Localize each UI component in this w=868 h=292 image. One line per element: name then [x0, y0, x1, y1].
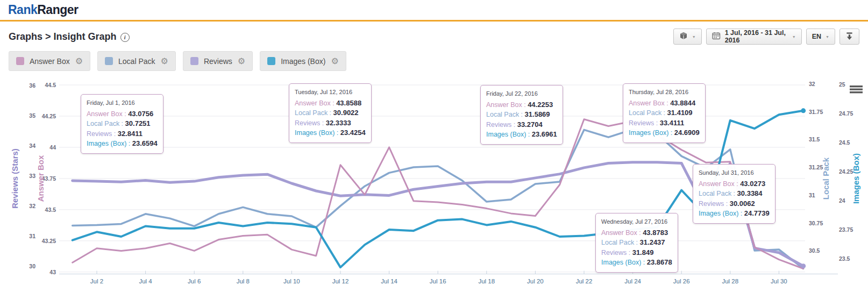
download-button[interactable]: [839, 29, 859, 45]
widget-export-button[interactable]: ▼: [673, 29, 702, 45]
tooltip-row: Local Pack : 30.9022: [295, 108, 366, 118]
y-tick-label-images_box: 23.5: [839, 255, 850, 262]
answer-box-swatch: [16, 57, 24, 65]
info-icon[interactable]: i: [120, 33, 130, 42]
y-tick-label-answer_box: 44.5: [45, 82, 56, 88]
legend-chip-answer-box[interactable]: Answer Box ⚙: [9, 51, 90, 71]
y-tick-label-images_box: 25: [839, 81, 845, 88]
reviews-swatch: [190, 57, 198, 65]
local-pack-swatch: [105, 57, 113, 65]
tooltip-row: Local Pack : 31.5869: [486, 110, 557, 120]
y-tick-label-reviews: 33: [29, 173, 35, 179]
tooltip-series-label: Answer Box :: [601, 229, 643, 237]
date-range-picker[interactable]: 1 Jul, 2016 - 31 Jul, 2016 ▼: [706, 29, 802, 45]
y-tick-label-reviews: 34: [29, 143, 35, 149]
y-tick-label-reviews: 32: [29, 203, 35, 209]
x-tick-label: Jul 22: [576, 278, 593, 284]
tooltip-series-value: 44.2253: [528, 101, 553, 109]
tooltip-series-value: 24.6909: [674, 129, 700, 137]
axis-title-answer_box: Answer Box: [36, 155, 45, 202]
y-tick-label-images_box: 24.5: [839, 139, 850, 146]
x-tick-label: Jul 8: [237, 278, 250, 284]
x-tick-label: Jul 10: [283, 278, 300, 284]
tooltip-row: Answer Box : 43.0273: [699, 179, 770, 189]
calendar-icon: [712, 32, 721, 41]
gear-icon[interactable]: ⚙: [161, 57, 168, 66]
images-box-swatch: [267, 57, 275, 65]
x-tick-label: Jul 14: [381, 278, 397, 284]
tooltip-series-label: Local Pack :: [629, 109, 667, 117]
y-tick-label-reviews: 36: [29, 82, 35, 89]
x-tick-label: Jul 18: [478, 278, 495, 284]
tooltip-series-label: Answer Box :: [629, 99, 670, 107]
tooltip-series-label: Answer Box :: [87, 110, 128, 118]
language-selector[interactable]: EN ▼: [806, 29, 835, 45]
tooltip-series-label: Local Pack :: [87, 120, 125, 127]
date-range-value: 1 Jul, 2016 - 31 Jul, 2016: [725, 29, 788, 44]
series-end-marker-reviews[interactable]: [801, 263, 806, 268]
cube-icon: [679, 32, 688, 42]
y-tick-label-answer_box: 43.25: [42, 238, 56, 244]
tooltip-row: Reviews : 32.3333: [295, 118, 366, 129]
tooltip-series-label: Local Pack :: [601, 239, 640, 246]
x-tick-label: Jul 16: [430, 278, 446, 284]
y-tick-label-local_pack: 30.5: [809, 247, 820, 254]
insight-graph-chart: Jul 2Jul 4Jul 6Jul 8Jul 10Jul 12Jul 14Ju…: [0, 74, 868, 291]
tooltip-series-value: 24.7739: [744, 209, 770, 217]
series-end-marker-images_box[interactable]: [801, 108, 806, 113]
tooltip-series-value: 31.849: [632, 248, 654, 257]
tooltip-row: Local Pack : 31.2437: [601, 238, 672, 248]
axis-title-images_box: Images (Box): [851, 153, 860, 204]
tooltip-date: Sunday, Jul 31, 2016: [699, 168, 770, 178]
chart-tooltip-4: Thursday, Jul 28, 2016Answer Box : 43.88…: [623, 83, 706, 143]
tooltip-series-label: Images (Box) :: [601, 259, 647, 266]
tooltip-series-label: Answer Box :: [699, 180, 740, 188]
tooltip-series-label: Images (Box) :: [486, 131, 532, 138]
chart-menu-icon[interactable]: [850, 86, 863, 87]
y-tick-label-reviews: 35: [29, 112, 35, 119]
tooltip-row: Images (Box) : 23.8678: [601, 258, 672, 268]
tooltip-series-value: 23.6961: [532, 130, 557, 138]
gear-icon[interactable]: ⚙: [238, 57, 245, 66]
tooltip-row: Answer Box : 43.0756: [87, 109, 158, 119]
gear-icon[interactable]: ⚙: [331, 57, 338, 66]
tooltip-series-value: 30.3384: [737, 189, 763, 197]
rankranger-logo[interactable]: RankRanger: [8, 3, 79, 17]
tooltip-series-label: Local Pack :: [699, 190, 737, 197]
language-value: EN: [812, 33, 821, 40]
legend-chip-reviews[interactable]: Reviews ⚙: [183, 51, 253, 71]
legend-chip-images-box[interactable]: Images (Box) ⚙: [260, 51, 346, 71]
chart-menu-icon[interactable]: [850, 91, 863, 93]
tooltip-series-value: 33.4111: [660, 119, 685, 127]
y-tick-label-reviews: 30: [29, 263, 35, 269]
tooltip-series-label: Reviews :: [87, 130, 118, 138]
tooltip-row: Answer Box : 43.8588: [295, 98, 366, 109]
tooltip-series-label: Reviews :: [601, 249, 632, 257]
y-tick-label-answer_box: 44: [49, 144, 56, 151]
axis-title-reviews: Reviews (Stars): [10, 148, 19, 209]
axis-title-local_pack: Local Pack: [821, 157, 830, 200]
series-legend: Answer Box ⚙ Local Pack ⚙ Reviews ⚙ Imag…: [0, 47, 868, 74]
app-header: RankRanger: [0, 0, 868, 22]
tooltip-series-label: Images (Box) :: [629, 129, 674, 137]
tooltip-series-value: 32.8411: [118, 130, 143, 138]
tooltip-series-label: Images (Box) :: [295, 129, 340, 137]
tooltip-row: Reviews : 33.4111: [629, 118, 700, 129]
breadcrumb: Graphs > Insight Graph i: [9, 31, 130, 42]
y-tick-label-local_pack: 30.75: [809, 220, 823, 226]
tooltip-series-label: Local Pack :: [295, 109, 333, 117]
tooltip-row: Reviews : 32.8411: [87, 129, 158, 139]
y-tick-label-reviews: 31: [29, 233, 35, 239]
tooltip-date: Friday, Jul 1, 2016: [87, 98, 158, 108]
legend-chip-local-pack[interactable]: Local Pack ⚙: [97, 51, 176, 71]
tooltip-series-value: 31.5869: [525, 110, 550, 118]
x-tick-label: Jul 20: [527, 278, 544, 284]
chart-menu-icon[interactable]: [850, 89, 863, 90]
x-tick-label: Jul 28: [722, 278, 738, 284]
gear-icon[interactable]: ⚙: [75, 57, 83, 66]
tooltip-series-label: Answer Box :: [295, 99, 336, 107]
x-tick-label: Jul 6: [188, 278, 201, 284]
tooltip-series-label: Images (Box) :: [87, 140, 132, 147]
tooltip-series-value: 32.3333: [326, 119, 351, 127]
tooltip-date: Friday, Jul 22, 2016: [486, 89, 557, 99]
